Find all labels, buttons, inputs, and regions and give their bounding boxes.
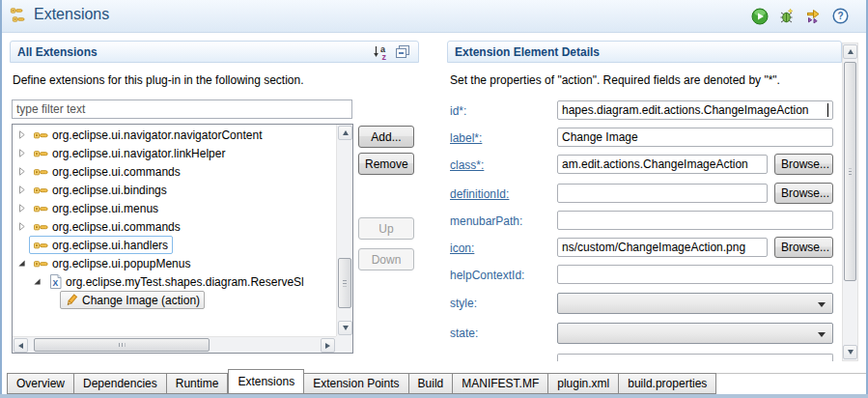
tree-item[interactable]: org.eclipse.ui.commands (13, 162, 336, 181)
expand-arrow-icon[interactable] (16, 185, 27, 194)
tree-item[interactable]: org.eclipse.ui.menus (13, 199, 336, 217)
collapse-arrow-icon[interactable] (32, 277, 42, 286)
label-label[interactable]: label*: (450, 131, 482, 145)
definitionId-input[interactable] (557, 184, 768, 203)
tree-item-label: org.eclipse.ui.navigator.linkHelper (52, 147, 225, 160)
expand-arrow-icon[interactable] (16, 222, 27, 231)
id-input[interactable] (557, 100, 833, 120)
tree-item[interactable]: org.eclipse.ui.navigator.linkHelper (13, 144, 336, 162)
state-label: state: (450, 327, 478, 340)
up-button[interactable]: Up (358, 217, 414, 240)
tree-item[interactable]: org.eclipse.ui.commands (13, 217, 336, 236)
definitionId-label[interactable]: definitionId: (450, 187, 509, 201)
tree-item-label: org.eclipse.ui.bindings (52, 184, 167, 197)
definitionId-browse-button[interactable]: Browse... (774, 183, 833, 204)
tree-vertical-scrollbar[interactable] (336, 125, 352, 336)
horizontal-scroll-thumb[interactable] (34, 338, 210, 352)
all-extensions-title: All Extensions (17, 45, 98, 59)
tree-item-body: org.eclipse.ui.menus (29, 199, 163, 217)
tree-item-label: org.eclipse.ui.navigator.navigatorConten… (52, 128, 262, 142)
run-icon (751, 8, 769, 25)
tree-item[interactable]: Xorg.eclipse.myTest.shapes.diagram.Reser… (13, 272, 336, 291)
tree-rows: org.eclipse.ui.navigator.navigatorConten… (13, 126, 336, 336)
collapse-all-icon[interactable] (394, 44, 411, 60)
class-browse-button[interactable]: Browse... (774, 154, 833, 175)
tab-manifest-mf[interactable]: MANIFEST.MF (453, 373, 548, 394)
scroll-up-button[interactable] (338, 126, 352, 140)
window-edge-left (0, 0, 2, 398)
icon-browse-button[interactable]: Browse... (774, 237, 833, 258)
extension-icon (34, 166, 48, 178)
sort-alpha-icon[interactable]: az (373, 44, 389, 60)
chevron-down-icon (818, 302, 826, 307)
add-button[interactable]: Add... (358, 126, 414, 148)
scroll-left-button[interactable] (14, 338, 28, 353)
expand-arrow-icon[interactable] (16, 204, 27, 213)
export-plugin-wizard-button[interactable] (803, 6, 824, 26)
scroll-grip (119, 343, 126, 347)
icon-label[interactable]: icon: (450, 242, 474, 255)
expand-arrow-icon[interactable] (16, 130, 27, 139)
expand-arrow-icon[interactable] (16, 167, 27, 176)
tree-item[interactable]: org.eclipse.ui.handlers (13, 236, 336, 254)
extension-icon (34, 240, 48, 251)
tree-item-body: org.eclipse.ui.bindings (29, 181, 172, 199)
down-button[interactable]: Down (358, 248, 414, 270)
extension-icon (34, 129, 48, 141)
details-vertical-scrollbar[interactable] (842, 43, 858, 361)
text-cursor (827, 103, 828, 117)
vertical-scroll-thumb[interactable] (844, 62, 856, 281)
label-input[interactable] (557, 128, 833, 147)
tree-item-body: org.eclipse.ui.navigator.linkHelper (29, 144, 230, 162)
tab-overview[interactable]: Overview (7, 373, 74, 394)
plugin-manifest-editor: Extensions ? All Extensions az Define ex… (0, 0, 868, 398)
tree-item-label: org.eclipse.ui.handlers (52, 239, 168, 252)
menubarPath-label: menubarPath: (450, 214, 522, 228)
scroll-down-button[interactable] (843, 345, 857, 359)
state-combo[interactable] (557, 323, 833, 344)
run-button[interactable] (749, 6, 770, 26)
scroll-right-button[interactable] (321, 338, 335, 353)
icon-input[interactable] (557, 238, 768, 257)
tab-dependencies[interactable]: Dependencies (74, 373, 167, 394)
tab-extension-points[interactable]: Extension Points (304, 373, 408, 394)
helpContextId-input[interactable] (557, 265, 833, 284)
tree-item[interactable]: org.eclipse.ui.navigator.navigatorConten… (13, 126, 336, 144)
scroll-up-button[interactable] (843, 44, 857, 59)
tree-item[interactable]: Change Image (action) (13, 291, 336, 309)
style-label: style: (450, 297, 477, 310)
filter-input[interactable] (12, 100, 352, 119)
help-button[interactable]: ? (830, 6, 851, 26)
tab-plugin-xml[interactable]: plugin.xml (548, 373, 619, 394)
debug-button[interactable] (776, 6, 797, 26)
tab-extensions[interactable]: Extensions (228, 369, 304, 394)
class-label[interactable]: class*: (450, 158, 484, 172)
menubarPath-input[interactable] (557, 211, 833, 230)
partially-visible-field (557, 354, 833, 361)
collapse-arrow-icon[interactable] (16, 259, 27, 268)
vertical-scroll-thumb[interactable] (338, 258, 351, 308)
scroll-down-button[interactable] (338, 321, 352, 335)
section-toolbar: az (373, 44, 411, 60)
scroll-grip (343, 280, 347, 287)
scrollbar-corner (336, 336, 352, 353)
tab-runtime[interactable]: Runtime (167, 373, 229, 394)
debug-icon (778, 8, 795, 24)
tree-item-body: org.eclipse.ui.handlers (29, 236, 173, 254)
style-combo[interactable] (557, 293, 833, 314)
tree-horizontal-scrollbar[interactable] (13, 336, 336, 353)
svg-text:X: X (52, 278, 58, 288)
class-input[interactable] (557, 155, 768, 174)
tab-build-properties[interactable]: build.properties (619, 373, 716, 394)
expand-arrow-icon[interactable] (16, 149, 27, 157)
tab-build[interactable]: Build (409, 373, 454, 394)
help-icon: ? (832, 8, 849, 24)
extensions-page-icon (10, 6, 30, 26)
tree-item[interactable]: org.eclipse.ui.bindings (13, 181, 336, 199)
arrow-right-icon (325, 343, 330, 349)
all-extensions-section-header: All Extensions az (10, 41, 419, 63)
remove-button[interactable]: Remove (358, 153, 414, 175)
tree-item[interactable]: org.eclipse.ui.popupMenus (13, 254, 336, 272)
arrow-down-icon (848, 350, 854, 355)
extension-icon (34, 185, 48, 196)
